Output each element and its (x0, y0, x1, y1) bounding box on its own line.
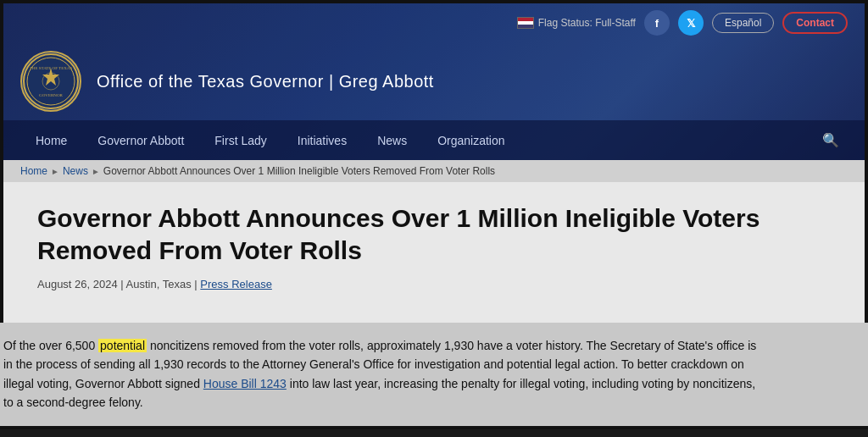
flag-status-text: Flag Status: Full-Staff (538, 17, 636, 29)
article-body-section: Of the over 6,500 potential noncitizens … (0, 323, 868, 426)
press-release-link[interactable]: Press Release (200, 278, 272, 290)
twitter-button[interactable]: 𝕏 (678, 10, 704, 36)
breadcrumb: Home ► News ► Governor Abbott Announces … (3, 160, 865, 182)
nav-item-news[interactable]: News (362, 122, 422, 159)
article-date: August 26, 2024 (37, 278, 118, 290)
breadcrumb-current: Governor Abbott Announces Over 1 Million… (103, 165, 495, 177)
nav-item-first-lady[interactable]: First Lady (199, 122, 281, 159)
article-title: Governor Abbott Announces Over 1 Million… (37, 202, 800, 266)
flag-status: Flag Status: Full-Staff (517, 17, 636, 29)
article-body: Of the over 6,500 potential noncitizens … (3, 336, 766, 412)
search-button[interactable]: 🔍 (814, 120, 848, 160)
body-after-highlight: noncitizens removed from the voter rolls… (147, 339, 583, 352)
breadcrumb-news[interactable]: News (63, 165, 88, 177)
facebook-button[interactable]: f (644, 10, 670, 36)
highlight-word: potential (98, 339, 147, 352)
article-meta: August 26, 2024 | Austin, Texas | Press … (37, 278, 831, 290)
nav-item-home[interactable]: Home (20, 122, 82, 159)
svg-text:GOVERNOR: GOVERNOR (39, 93, 63, 97)
contact-button[interactable]: Contact (782, 12, 848, 34)
state-seal: THE STATE OF TEXAS GOVERNOR (20, 51, 81, 112)
breadcrumb-sep-2: ► (92, 167, 100, 176)
nav-item-initiatives[interactable]: Initiatives (282, 122, 362, 159)
breadcrumb-sep-1: ► (51, 167, 59, 176)
nav-item-governor-abbott[interactable]: Governor Abbott (82, 122, 199, 159)
flag-icon (517, 17, 534, 29)
espanol-button[interactable]: Español (712, 13, 774, 33)
house-bill-link[interactable]: House Bill 1243 (203, 377, 287, 390)
main-content: Governor Abbott Announces Over 1 Million… (3, 182, 865, 323)
nav-item-organization[interactable]: Organization (422, 122, 520, 159)
article-location: Austin, Texas (126, 278, 192, 290)
breadcrumb-home[interactable]: Home (20, 165, 47, 177)
body-before-highlight: Of the over 6,500 (3, 339, 98, 352)
site-title: Office of the Texas Governor | Greg Abbo… (97, 72, 434, 91)
main-nav: Home Governor Abbott First Lady Initiati… (3, 120, 865, 160)
